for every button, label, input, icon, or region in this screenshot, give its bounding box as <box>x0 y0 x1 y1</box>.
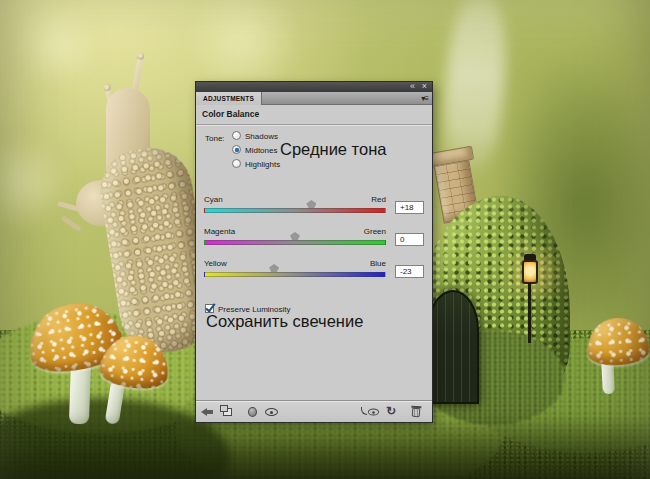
slider-label-right: Blue <box>370 259 386 268</box>
slider-labels: Cyan Red <box>204 195 386 205</box>
panel-title-bar: « × <box>196 82 432 92</box>
radio-label: Midtones <box>245 146 277 155</box>
view-previous-state-button[interactable] <box>364 405 380 419</box>
slider-track[interactable] <box>204 272 386 277</box>
radio-button-icon[interactable] <box>232 131 241 140</box>
radio-highlights[interactable]: Highlights <box>232 159 302 170</box>
slider-track[interactable] <box>204 208 386 213</box>
slider-labels: Yellow Blue <box>204 259 386 269</box>
circle-icon <box>248 407 257 417</box>
value-input-yellow-blue[interactable]: -23 <box>395 265 424 278</box>
clip-to-layer-button[interactable] <box>221 405 237 419</box>
trash-icon <box>412 408 421 418</box>
slider-label-left: Magenta <box>204 227 235 236</box>
color-balance-slider-magenta-green: Magenta Green <box>204 227 386 253</box>
adjustments-panel: « × ADJUSTMENTS ▾≡ Color Balance Tone: S… <box>196 82 432 422</box>
tone-label: Tone: <box>205 134 225 143</box>
return-to-adjustment-list-button[interactable] <box>201 405 217 419</box>
tab-adjustments[interactable]: ADJUSTMENTS <box>196 92 262 105</box>
color-balance-slider-yellow-blue: Yellow Blue <box>204 259 386 285</box>
value-input-magenta-green[interactable]: 0 <box>395 233 424 246</box>
eye-icon <box>265 408 278 416</box>
screenshot-stage: « × ADJUSTMENTS ▾≡ Color Balance Tone: S… <box>0 0 650 479</box>
slider-label-left: Cyan <box>204 195 223 204</box>
reset-button[interactable]: ↻ <box>386 405 402 419</box>
divider <box>196 124 432 125</box>
panel-footer-toolbar: ↻ <box>196 400 432 422</box>
affect-all-layers-button[interactable] <box>245 405 261 419</box>
lantern <box>522 260 538 284</box>
annotation-midtones-russian: Средние тона <box>280 140 386 159</box>
radio-label: Shadows <box>245 132 278 141</box>
panel-menu-icon[interactable]: ▾≡ <box>421 94 428 103</box>
curve-arrow-icon <box>361 407 367 415</box>
annotation-preserve-russian: Сохранить свечение <box>206 312 363 331</box>
value-input-cyan-red[interactable]: +18 <box>395 201 424 214</box>
panel-tab-bar: ADJUSTMENTS ▾≡ <box>196 92 432 105</box>
clip-to-layer-icon <box>223 408 232 416</box>
delete-adjustment-button[interactable] <box>409 405 425 419</box>
toggle-visibility-button[interactable] <box>264 405 280 419</box>
reset-icon: ↻ <box>386 404 396 419</box>
color-balance-slider-cyan-red: Cyan Red <box>204 195 386 221</box>
collapse-to-icons-icon[interactable]: « <box>410 81 415 92</box>
wooden-door <box>427 290 479 404</box>
radio-button-icon[interactable] <box>232 159 241 168</box>
slider-label-right: Green <box>364 227 386 236</box>
slider-label-right: Red <box>371 195 386 204</box>
radio-label: Highlights <box>245 160 280 169</box>
close-icon[interactable]: × <box>422 81 427 92</box>
radio-button-icon[interactable] <box>232 145 241 154</box>
bokeh-blob <box>15 5 100 85</box>
arrow-left-icon-bar <box>207 410 213 414</box>
eye-icon <box>368 409 379 416</box>
foreground-moss-blur <box>0 415 650 479</box>
slider-label-left: Yellow <box>204 259 227 268</box>
panel-title: Color Balance <box>202 109 259 119</box>
slider-track[interactable] <box>204 240 386 245</box>
